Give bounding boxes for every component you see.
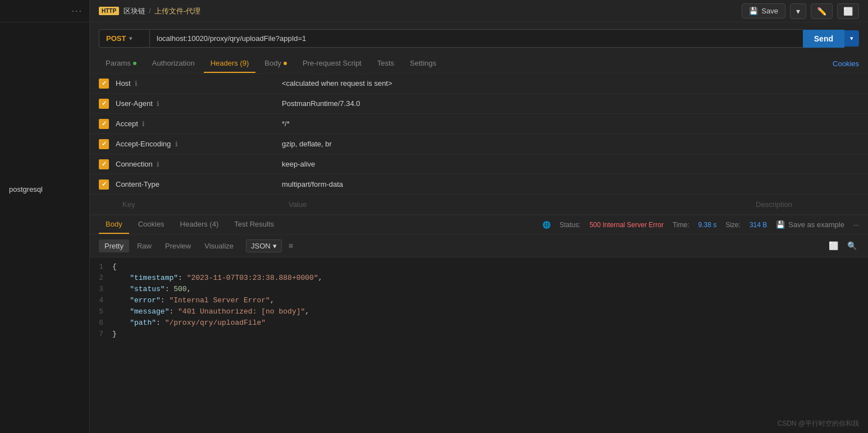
tab-authorization[interactable]: Authorization	[145, 54, 202, 73]
line-content-5: "message": "401 Unauthorized: [no body]"…	[112, 307, 309, 316]
header-row-acceptencoding: Accept-Encoding ℹ gzip, deflate, br	[90, 134, 868, 154]
save-as-example-button[interactable]: 💾 Save as example	[776, 220, 844, 229]
breadcrumb-current: 上传文件-代理	[154, 6, 200, 16]
save-example-icon: 💾	[776, 220, 785, 229]
app-header: HTTP 区块链 / 上传文件-代理 💾 Save ▾ ✏️ ⬜	[90, 0, 868, 22]
status-label: Status:	[560, 221, 581, 229]
header-host-key: Host ℹ	[116, 79, 273, 87]
send-dropdown-button[interactable]: ▾	[844, 30, 859, 47]
search-response-button[interactable]: 🔍	[845, 239, 859, 252]
save-example-label: Save as example	[788, 220, 844, 229]
response-tab-testresults[interactable]: Test Results	[227, 215, 281, 234]
body-dot	[284, 62, 287, 65]
url-input[interactable]	[149, 29, 803, 48]
format-raw-label: Raw	[137, 242, 152, 250]
tab-body[interactable]: Body	[258, 54, 294, 73]
json-format-label: JSON	[251, 242, 271, 250]
tab-params[interactable]: Params	[99, 54, 143, 73]
save-dropdown-button[interactable]: ▾	[790, 3, 806, 19]
line-content-3: "status": 500,	[112, 285, 191, 293]
response-tab-body[interactable]: Body	[99, 215, 129, 234]
header-host-value[interactable]: <calculated when request is sent>	[273, 79, 747, 87]
header-useragent-checkbox[interactable]	[99, 99, 109, 109]
tab-settings[interactable]: Settings	[403, 54, 443, 73]
header-contenttype-key: Content-Type	[116, 180, 273, 188]
new-header-desc-placeholder[interactable]: Description	[747, 200, 859, 209]
save-icon: 💾	[749, 7, 758, 15]
code-line-5: 5 "message": "401 Unauthorized: [no body…	[90, 307, 868, 318]
copy-response-button[interactable]: ⬜	[826, 239, 840, 252]
send-button[interactable]: Send	[803, 30, 844, 48]
method-select[interactable]: POST ▾	[99, 29, 149, 48]
line-content-4: "error": "Internal Server Error",	[112, 296, 275, 305]
header-accept-checkbox[interactable]	[99, 119, 109, 129]
params-dot	[133, 62, 136, 65]
line-num-6: 6	[90, 319, 112, 327]
header-row-host: Host ℹ <calculated when request is sent>	[90, 73, 868, 94]
sidebar-dots-icon[interactable]: ···	[72, 6, 83, 16]
url-bar: POST ▾ Send ▾	[99, 29, 859, 48]
new-header-value-placeholder[interactable]: Value	[280, 200, 747, 209]
header-acceptencoding-value[interactable]: gzip, deflate, br	[273, 140, 747, 148]
save-button[interactable]: 💾 Save	[742, 3, 785, 19]
breadcrumb-separator: /	[149, 7, 151, 15]
format-pretty-label: Pretty	[104, 242, 124, 250]
line-content-6: "path": "/proxy/qry/uploadFile"	[112, 319, 266, 327]
time-value: 9.38 s	[698, 221, 717, 229]
header-acceptencoding-checkbox[interactable]	[99, 139, 109, 149]
filter-icon[interactable]: ≡	[289, 241, 293, 250]
tab-authorization-label: Authorization	[152, 59, 195, 67]
method-chevron-icon: ▾	[129, 35, 132, 42]
response-tab-headers[interactable]: Headers (4)	[173, 215, 226, 234]
code-line-1: 1 {	[90, 262, 868, 273]
header-row-new: Key Value Description	[90, 195, 868, 215]
header-left: HTTP 区块链 / 上传文件-代理	[99, 6, 200, 16]
edit-button[interactable]: ✏️	[811, 3, 833, 19]
line-num-2: 2	[90, 274, 112, 282]
header-useragent-value[interactable]: PostmanRuntime/7.34.0	[273, 99, 747, 108]
more-options-button[interactable]: ···	[853, 221, 859, 229]
new-header-key-placeholder[interactable]: Key	[122, 200, 280, 209]
header-connection-checkbox[interactable]	[99, 159, 109, 169]
line-num-1: 1	[90, 262, 112, 271]
header-contenttype-value[interactable]: multipart/form-data	[273, 180, 747, 188]
header-acceptencoding-key: Accept-Encoding ℹ	[116, 140, 273, 148]
tab-prerequest[interactable]: Pre-request Script	[296, 54, 368, 73]
copy-button[interactable]: ⬜	[837, 3, 859, 19]
tab-headers-label: Headers (9)	[211, 59, 249, 67]
response-tab-body-label: Body	[106, 220, 122, 228]
sidebar-item-postgresql[interactable]: postgresql	[0, 179, 89, 199]
request-tabs: Params Authorization Headers (9) Body Pr…	[90, 54, 868, 73]
format-tabs-right: ⬜ 🔍	[826, 239, 859, 252]
format-tab-pretty[interactable]: Pretty	[99, 239, 129, 252]
time-label: Time:	[673, 221, 689, 229]
main-content: HTTP 区块链 / 上传文件-代理 💾 Save ▾ ✏️ ⬜ POST ▾ …	[90, 0, 868, 433]
header-accept-value[interactable]: */*	[273, 119, 747, 128]
cookies-link[interactable]: Cookies	[833, 59, 859, 68]
response-tab-cookies[interactable]: Cookies	[131, 215, 171, 234]
line-content-1: {	[112, 262, 117, 271]
line-content-7: }	[112, 330, 117, 338]
headers-table: Host ℹ <calculated when request is sent>…	[90, 73, 868, 215]
status-value: 500 Internal Server Error	[590, 221, 664, 229]
header-contenttype-checkbox[interactable]	[99, 179, 109, 190]
watermark: CSDN @平行时空的你和我	[777, 419, 859, 429]
response-tab-testresults-label: Test Results	[234, 220, 274, 228]
breadcrumb-parent[interactable]: 区块链	[124, 6, 145, 16]
tab-tests[interactable]: Tests	[371, 54, 401, 73]
tab-body-label: Body	[264, 59, 281, 67]
response-section: Body Cookies Headers (4) Test Results 🌐 …	[90, 215, 868, 433]
format-visualize-label: Visualize	[204, 242, 234, 250]
json-format-select[interactable]: JSON ▾	[246, 239, 282, 252]
line-num-3: 3	[90, 285, 112, 293]
code-line-3: 3 "status": 500,	[90, 284, 868, 296]
response-tab-cookies-label: Cookies	[138, 220, 165, 228]
header-host-checkbox[interactable]	[99, 79, 109, 89]
format-tab-visualize[interactable]: Visualize	[199, 239, 239, 252]
tab-headers[interactable]: Headers (9)	[204, 54, 256, 73]
format-tab-preview[interactable]: Preview	[159, 239, 197, 252]
accept-info-icon: ℹ	[142, 120, 145, 128]
header-connection-key: Connection ℹ	[116, 160, 273, 168]
header-connection-value[interactable]: keep-alive	[273, 160, 747, 168]
format-tab-raw[interactable]: Raw	[131, 239, 157, 252]
